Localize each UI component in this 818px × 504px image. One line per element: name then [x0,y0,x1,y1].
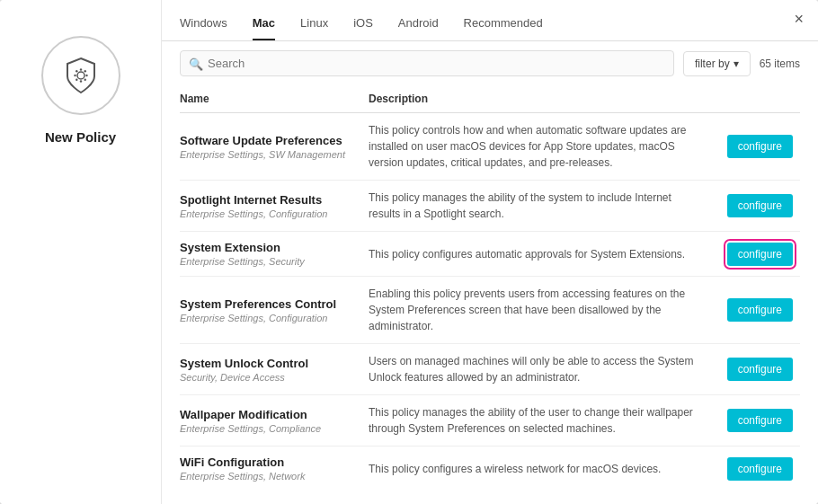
policy-name: System Unlock Control [180,357,361,370]
filter-label: filter by [695,57,730,70]
table-wrapper: Name Description Software Update Prefere… [162,85,818,504]
items-count: 65 items [760,57,800,70]
table-header: Name Description [180,85,800,113]
policy-description: This policy controls how and when automa… [369,122,694,171]
svg-point-5 [76,70,77,72]
table-row: Spotlight Internet Results Enterprise Se… [180,181,800,232]
policy-icon-circle [41,36,120,115]
policy-description: Users on managed machines will only be a… [369,353,694,385]
col-header-description: Description [369,85,701,113]
table-row: Software Update Preferences Enterprise S… [180,113,800,181]
table-row: System Unlock Control Security, Device A… [180,344,800,395]
filter-button[interactable]: filter by ▾ [683,51,751,76]
search-icon: 🔍 [189,57,203,70]
table-row: System Extension Enterprise Settings, Se… [180,232,800,277]
search-input[interactable] [180,50,674,76]
tab-bar: Windows Mac Linux iOS Android Recommende… [162,0,818,41]
sidebar-title: New Policy [45,129,116,145]
chevron-down-icon: ▾ [734,57,739,70]
policy-subtitle: Security, Device Access [180,372,361,383]
close-button[interactable]: × [794,11,804,27]
policy-description: Enabling this policy prevents users from… [369,286,694,334]
search-wrapper: 🔍 [180,50,674,76]
table-body: Software Update Preferences Enterprise S… [180,113,800,491]
sidebar: New Policy [0,0,162,504]
svg-point-8 [76,79,77,81]
tab-mac[interactable]: Mac [253,5,275,40]
tab-ios[interactable]: iOS [353,5,373,40]
policy-icon [60,55,102,96]
modal-body: New Policy Windows Mac Linux iOS Android… [0,0,818,504]
policy-subtitle: Enterprise Settings, Configuration [180,313,361,323]
col-header-name: Name [180,85,369,113]
policy-name: WiFi Configuration [180,455,361,469]
svg-point-0 [77,72,84,79]
tab-linux[interactable]: Linux [300,5,328,40]
configure-button[interactable]: configure [727,243,793,266]
policy-table: Name Description Software Update Prefere… [180,85,800,491]
svg-point-6 [84,79,85,81]
svg-point-4 [85,75,87,76]
policy-name: System Extension [180,241,361,254]
policy-description: This policy configures a wireless networ… [369,461,694,477]
policy-subtitle: Enterprise Settings, Configuration [180,208,361,219]
tab-android[interactable]: Android [398,5,439,40]
policy-name: Software Update Preferences [180,134,361,147]
configure-button[interactable]: configure [727,135,793,158]
policy-name: Wallpaper Modification [180,408,361,421]
configure-button[interactable]: configure [727,457,793,481]
table-row: Wallpaper Modification Enterprise Settin… [180,395,800,447]
policy-description: This policy manages the ability of the u… [369,404,694,437]
policy-description: This policy manages the ability of the s… [369,190,694,222]
toolbar: 🔍 filter by ▾ 65 items [162,41,818,85]
policy-name: Spotlight Internet Results [180,193,361,207]
table-row: WiFi Configuration Enterprise Settings, … [180,447,800,491]
svg-point-1 [79,68,81,70]
policy-subtitle: Enterprise Settings, Compliance [180,423,361,434]
configure-button[interactable]: configure [727,358,793,381]
svg-point-3 [74,75,76,76]
policy-subtitle: Enterprise Settings, Network [180,471,361,482]
configure-button[interactable]: configure [727,409,793,432]
svg-point-7 [84,70,85,72]
policy-name: System Preferences Control [180,297,361,311]
tab-windows[interactable]: Windows [180,5,227,40]
configure-button[interactable]: configure [727,194,793,217]
content-area: Windows Mac Linux iOS Android Recommende… [162,0,818,504]
table-row: System Preferences Control Enterprise Se… [180,277,800,344]
col-header-action [701,85,800,113]
modal: × New Policy [0,0,818,504]
configure-button[interactable]: configure [727,298,793,322]
policy-subtitle: Enterprise Settings, Security [180,256,361,267]
svg-point-2 [79,80,81,82]
tab-recommended[interactable]: Recommended [464,5,543,40]
policy-description: This policy configures automatic approva… [369,246,694,262]
policy-subtitle: Enterprise Settings, SW Management [180,149,361,160]
